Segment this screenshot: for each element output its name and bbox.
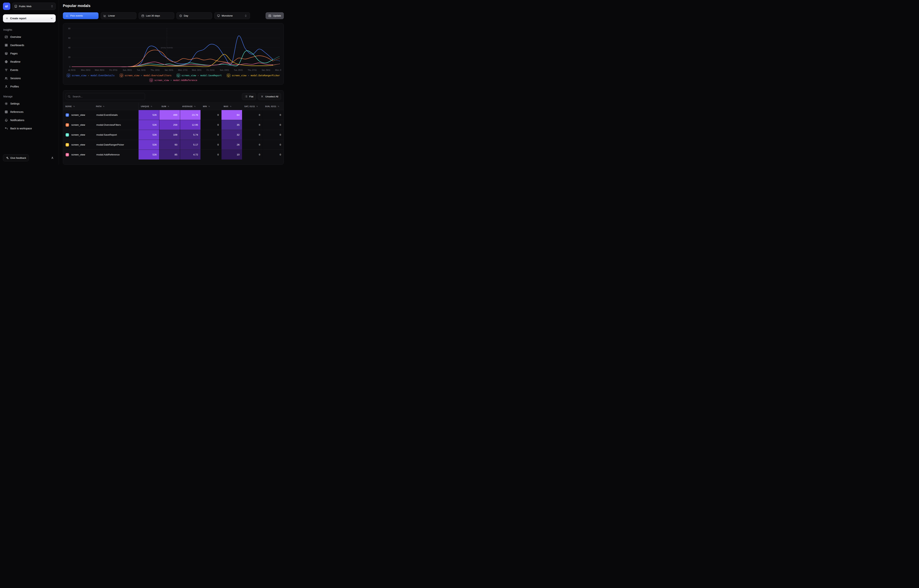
unique-cell: 526	[139, 140, 159, 150]
column-header-max[interactable]: Max	[221, 103, 242, 110]
unselect-all-button[interactable]: Unselect All	[258, 93, 281, 100]
row-checkbox[interactable]	[66, 113, 69, 117]
column-label: Serie	[65, 105, 72, 108]
svg-text:80: 80	[68, 27, 70, 29]
update-button[interactable]: Update	[266, 12, 284, 19]
serie-cell: screen_view	[63, 110, 94, 120]
table-grid-icon	[5, 110, 8, 113]
search-icon	[68, 95, 71, 98]
sidebar-item-overview[interactable]: Overview	[3, 34, 56, 40]
sidebar-item-realtime[interactable]: Realtime	[3, 58, 56, 65]
interval-button[interactable]: Day	[176, 12, 212, 19]
column-header-average[interactable]: Average	[180, 103, 201, 110]
date-range-label: Last 30 days	[146, 15, 160, 17]
table-card: Flat Unselect All SeriePathUniqueSumAver…	[63, 90, 284, 165]
sidebar-item-notifications[interactable]: Notifications	[3, 117, 56, 124]
search-input[interactable]	[66, 93, 145, 100]
sidebar-item-pages[interactable]: Pages	[3, 50, 56, 57]
sun-cell: 0	[263, 120, 284, 130]
path-cell: modal:DateRangerPicker	[94, 140, 139, 150]
list-icon	[245, 95, 247, 98]
svg-text:Thu, 27/11: Thu, 27/11	[247, 69, 257, 71]
date-range-button[interactable]: Last 30 days	[139, 12, 174, 19]
path-cell: modal:SaveReport	[94, 130, 139, 140]
unique-cell: 526	[139, 110, 159, 120]
row-checkbox[interactable]	[66, 153, 69, 157]
give-feedback-button[interactable]: Give feedback	[3, 154, 29, 162]
section-label-manage: Manage	[3, 95, 55, 98]
unique-cell: 526	[139, 120, 159, 130]
svg-text:Mon, 01/12: Mon, 01/12	[275, 69, 281, 71]
legend-event: screen_view	[232, 74, 246, 77]
column-header-sum[interactable]: Sum	[159, 103, 180, 110]
svg-text:proxy events: proxy events	[161, 47, 173, 49]
legend-item[interactable]: screen_view>modal:OverviewFilters	[120, 74, 171, 77]
sidebar-item-references[interactable]: References	[3, 108, 56, 115]
svg-text:Tue, 25/11: Tue, 25/11	[234, 69, 243, 71]
table-row[interactable]: screen_viewmodal:AddReference526854.7201…	[63, 150, 284, 160]
min-cell: 0	[201, 140, 221, 150]
pick-events-button[interactable]: Pick events	[63, 12, 99, 19]
average-cell: 12.95	[180, 120, 201, 130]
chevron-right-icon: >	[171, 79, 172, 82]
serie-name: screen_view	[71, 113, 85, 116]
give-feedback-label: Give feedback	[10, 157, 26, 159]
chevron-right-icon: >	[198, 74, 199, 77]
workspace-name: Public Web	[19, 5, 31, 8]
chart-type-button[interactable]: Linear	[101, 12, 136, 19]
sidebar-item-label: Dashboards	[10, 44, 24, 47]
sidebar-item-sessions[interactable]: Sessions	[3, 75, 56, 82]
max-cell: 64	[221, 110, 242, 120]
create-report-button[interactable]: Create report	[3, 15, 56, 23]
sun-cell: 0	[263, 130, 284, 140]
column-header-unique[interactable]: Unique	[139, 103, 159, 110]
svg-text:Wed, 05/11: Wed, 05/11	[95, 69, 105, 71]
legend-item[interactable]: screen_view>modal:SaveReport	[177, 74, 222, 77]
table-row[interactable]: screen_viewmodal:OverviewFilters52625912…	[63, 120, 284, 130]
column-header-serie[interactable]: Serie	[63, 103, 94, 110]
column-header-path[interactable]: Path	[94, 103, 139, 110]
line-style-select[interactable]: Monotone	[214, 12, 250, 19]
sidebar-item-settings[interactable]: Settings	[3, 100, 56, 107]
bell-icon	[5, 118, 8, 122]
sidebar-item-label: Profiles	[10, 85, 19, 88]
svg-text:60: 60	[68, 37, 70, 39]
sidebar-item-profiles[interactable]: Profiles	[3, 83, 56, 90]
legend-path: modal:SaveReport	[200, 74, 222, 77]
sum-cell: 109	[159, 130, 180, 140]
legend-item[interactable]: screen_view>modal:EventDetails	[67, 74, 115, 77]
sat-cell: 0	[242, 130, 263, 140]
table-row[interactable]: screen_viewmodal:EventDetails52649923.76…	[63, 110, 284, 120]
sat-cell: 0	[242, 110, 263, 120]
average-cell: 23.76	[180, 110, 201, 120]
row-checkbox[interactable]	[66, 133, 69, 137]
column-header-sat[interactable]: Sat, 01/11	[242, 103, 263, 110]
table-row[interactable]: screen_viewmodal:DateRangerPicker526935.…	[63, 140, 284, 150]
serie-name: screen_view	[71, 133, 85, 136]
serie-name: screen_view	[71, 153, 85, 156]
flat-label: Flat	[249, 95, 254, 98]
legend-item[interactable]: screen_view>modal:DateRangerPicker	[227, 74, 280, 77]
sidebar-item-back-to-workspace[interactable]: Back to workspace	[3, 125, 56, 132]
line-chart[interactable]: 020406080at, 01/11Mon, 03/11Wed, 05/11Fr…	[65, 26, 281, 73]
clock-icon	[179, 15, 182, 17]
user-menu-button[interactable]	[49, 155, 56, 161]
svg-text:Sun, 23/11: Sun, 23/11	[220, 69, 229, 71]
dashboards-icon	[5, 44, 8, 47]
legend-path: modal:AddReference	[173, 79, 197, 82]
row-checkbox[interactable]	[66, 143, 69, 147]
sidebar-item-events[interactable]: Events	[3, 66, 56, 73]
serie-cell: screen_view	[63, 140, 94, 150]
table-row[interactable]: screen_viewmodal:SaveReport5261095.74032…	[63, 130, 284, 140]
workspace-selector[interactable]: Public Web	[12, 3, 56, 10]
sidebar-item-dashboards[interactable]: Dashboards	[3, 42, 56, 49]
search-box[interactable]	[66, 93, 145, 100]
column-header-sun[interactable]: Sun, 02/11	[263, 103, 284, 110]
sun-cell: 0	[263, 110, 284, 120]
screen-view-icon	[120, 74, 123, 77]
app-logo[interactable]	[3, 3, 10, 10]
flat-toggle-button[interactable]: Flat	[242, 93, 256, 100]
column-header-min[interactable]: Min	[201, 103, 221, 110]
row-checkbox[interactable]	[66, 123, 69, 127]
legend-item[interactable]: screen_view>modal:AddReference	[149, 78, 197, 82]
